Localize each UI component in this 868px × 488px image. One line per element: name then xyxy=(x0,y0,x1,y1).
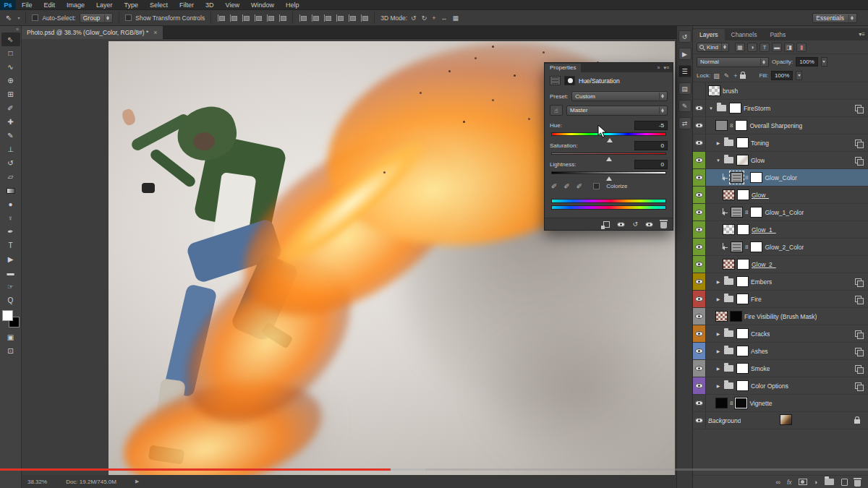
layer-row-content[interactable]: ▶Embers xyxy=(706,273,868,290)
layer-row[interactable]: ▼FireStorm xyxy=(693,100,868,117)
layer-thumbnail[interactable] xyxy=(715,120,728,131)
layer-row-content[interactable]: Glow_1_Color xyxy=(706,204,868,221)
saturation-slider-thumb[interactable] xyxy=(606,154,612,161)
layer-row[interactable]: Glow_2_ xyxy=(693,256,868,273)
group-collapsed-icon[interactable]: ▶ xyxy=(715,366,721,371)
visibility-eye-icon[interactable] xyxy=(695,244,703,249)
layer-mask-thumbnail[interactable] xyxy=(736,328,749,339)
lock-transparent-icon[interactable]: ▨ xyxy=(713,72,720,80)
mask-link-icon[interactable] xyxy=(745,244,748,250)
zoom-tool[interactable]: Q xyxy=(1,294,20,307)
group-expanded-icon[interactable]: ▼ xyxy=(715,158,721,163)
layer-row-content[interactable]: Glow_Color xyxy=(706,169,868,186)
eyedropper-subtract-icon[interactable]: ✐ xyxy=(576,182,582,190)
layer-mask-thumbnail[interactable] xyxy=(736,346,749,356)
screen-mode-icon[interactable]: ⊡ xyxy=(1,344,20,358)
tab-paths[interactable]: Paths xyxy=(763,29,792,40)
menu-edit[interactable]: Edit xyxy=(38,0,61,10)
layer-row[interactable]: ▶Embers xyxy=(693,273,868,291)
adjustment-thumbnail[interactable] xyxy=(731,207,743,218)
align-vcenter-icon[interactable] xyxy=(229,14,237,22)
zoom-level[interactable]: 38.32% xyxy=(27,479,47,485)
layer-row[interactable]: Glow_Color xyxy=(693,169,868,187)
hue-value-input[interactable]: -5 xyxy=(634,121,668,130)
mask-link-icon[interactable] xyxy=(730,400,733,406)
document-tab[interactable]: Photo.psd @ 38.3% (Glow_Color, RGB/8#) *… xyxy=(22,26,163,39)
distribute-right-icon[interactable] xyxy=(360,14,368,22)
preset-dropdown[interactable]: Custom xyxy=(571,91,668,101)
menu-file[interactable]: File xyxy=(16,0,38,10)
layer-mask-thumbnail[interactable] xyxy=(729,103,741,114)
filter-shape-layers-icon[interactable]: ▬ xyxy=(772,43,782,52)
visibility-eye-icon[interactable] xyxy=(695,279,703,284)
layer-row-content[interactable]: Fire Visibility (Brush Mask) xyxy=(706,308,868,325)
layer-mask-thumbnail[interactable] xyxy=(735,120,747,131)
menu-window[interactable]: Window xyxy=(245,0,280,10)
saturation-value-input[interactable]: 0 xyxy=(634,141,668,150)
filter-toggle-icon[interactable]: ▮ xyxy=(796,43,807,52)
layer-row[interactable]: Vignette xyxy=(693,395,868,412)
move-tool[interactable]: ⇖ xyxy=(1,33,20,46)
dodge-tool[interactable]: ♀ xyxy=(1,211,20,225)
layer-row[interactable]: ▶Smoke xyxy=(693,360,868,377)
filter-kind-dropdown[interactable]: Kind xyxy=(697,43,729,52)
mask-link-icon[interactable] xyxy=(745,174,748,181)
layer-comps-panel-icon[interactable]: ▤ xyxy=(678,82,692,95)
visibility-eye-icon[interactable] xyxy=(695,401,703,406)
show-transform-checkbox[interactable] xyxy=(125,14,132,21)
fill-value[interactable]: 100% xyxy=(771,71,793,80)
opacity-value[interactable]: 100% xyxy=(796,57,817,67)
move-tool-preset-icon[interactable]: ⇖ xyxy=(4,14,14,22)
new-layer-icon[interactable] xyxy=(841,479,848,486)
layer-thumbnail[interactable] xyxy=(723,224,735,235)
3d-drag-icon[interactable]: + xyxy=(432,14,435,22)
layer-thumbnail[interactable] xyxy=(736,155,749,166)
targeted-adjustment-icon[interactable]: ☝ xyxy=(550,105,563,116)
visibility-eye-icon[interactable] xyxy=(695,314,703,319)
distribute-left-icon[interactable] xyxy=(336,14,344,22)
layer-style-icon[interactable]: fx xyxy=(787,479,792,486)
color-swatches[interactable] xyxy=(1,309,20,328)
path-selection-tool[interactable]: ▶ xyxy=(1,252,20,266)
eraser-tool[interactable]: ▱ xyxy=(1,170,20,184)
foreground-color-swatch[interactable] xyxy=(2,310,13,321)
auto-select-checkbox[interactable] xyxy=(32,14,38,21)
visibility-eye-icon[interactable] xyxy=(695,331,703,336)
layer-thumbnail[interactable] xyxy=(723,189,735,200)
toolbar-collapse-icon[interactable]: » xyxy=(0,26,21,33)
marquee-tool[interactable]: □ xyxy=(1,46,20,60)
visibility-eye-icon[interactable] xyxy=(695,210,703,215)
visibility-eye-icon[interactable] xyxy=(695,383,703,388)
menu-filter[interactable]: Filter xyxy=(174,0,200,10)
colorize-checkbox[interactable] xyxy=(593,183,600,189)
lightness-value-input[interactable]: 0 xyxy=(634,160,668,169)
mask-link-icon[interactable] xyxy=(745,209,748,215)
visibility-eye-icon[interactable] xyxy=(695,262,703,267)
layer-row-content[interactable]: ▶Smoke xyxy=(706,360,868,377)
menu-3d[interactable]: 3D xyxy=(200,0,220,10)
auto-select-dropdown[interactable]: Group xyxy=(80,13,114,23)
layer-row-content[interactable]: Glow_2_ xyxy=(706,256,868,273)
group-collapsed-icon[interactable]: ▶ xyxy=(715,296,721,301)
tab-layers[interactable]: Layers xyxy=(693,29,725,40)
distribute-vcenter-icon[interactable] xyxy=(311,14,319,22)
distribute-top-icon[interactable] xyxy=(299,14,307,22)
layer-row-content[interactable]: ▶Fire xyxy=(706,291,868,307)
workspace-switcher[interactable]: Essentials xyxy=(812,13,857,23)
new-adjustment-layer-icon[interactable]: ◑ xyxy=(814,479,817,486)
layer-mask-thumbnail[interactable] xyxy=(736,380,749,391)
history-brush-tool[interactable]: ↺ xyxy=(1,156,20,170)
new-group-icon[interactable] xyxy=(825,479,834,485)
previous-state-icon[interactable] xyxy=(617,222,625,227)
layer-row-content[interactable]: ▶Toning xyxy=(706,134,868,151)
menu-view[interactable]: View xyxy=(220,0,245,10)
visibility-eye-icon[interactable] xyxy=(695,296,703,301)
history-panel-icon[interactable]: ↺ xyxy=(678,30,692,43)
visibility-eye-icon[interactable] xyxy=(695,106,703,111)
reset-adjustment-icon[interactable]: ↺ xyxy=(632,221,638,228)
layer-mask-thumbnail[interactable] xyxy=(736,276,749,287)
delete-layer-icon[interactable] xyxy=(854,480,861,487)
channel-dropdown[interactable]: Master xyxy=(566,106,668,116)
blend-mode-dropdown[interactable]: Normal xyxy=(697,57,769,67)
layer-row-content[interactable]: Glow_2_Color xyxy=(706,239,868,255)
